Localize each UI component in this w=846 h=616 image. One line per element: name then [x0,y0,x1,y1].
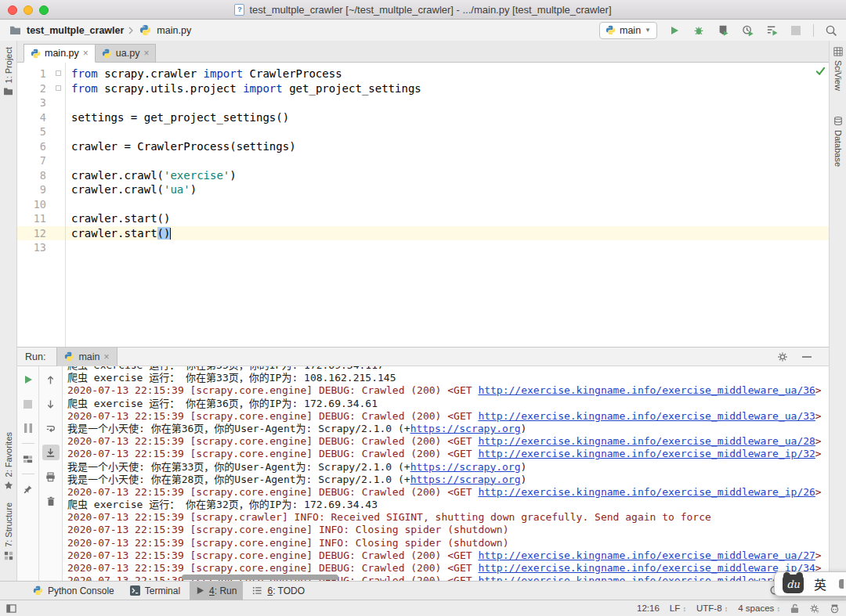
code-line-5[interactable] [66,124,829,139]
breadcrumb-project[interactable]: test_multple_crawler [27,25,124,36]
console-link[interactable]: http://exercise.kingname.info/exercise_m… [478,486,815,498]
soft-wrap-button[interactable] [42,420,60,436]
inspections-ok-check-icon[interactable] [815,66,826,76]
python-icon [102,49,112,59]
search-everywhere-icon[interactable] [824,23,838,38]
code-line-2[interactable]: from scrapy.utils.project import get_pro… [66,81,829,96]
pause-output-button[interactable] [20,420,37,436]
indent-selector[interactable]: 4 spaces ↕ [738,603,780,613]
code-line-6[interactable]: crawler = CrawlerProcess(settings) [66,139,829,154]
restore-layout-button[interactable] [20,451,37,467]
line-number: 4 [17,110,65,125]
down-stack-trace-button[interactable] [42,396,60,412]
console-link[interactable]: https://scrapy.org [410,474,521,485]
database-icon [833,116,843,126]
left-tool-stripe: 1: Project 2: Favorites 7: Structure [0,41,17,581]
code-line-3[interactable] [66,95,829,110]
run-with-coverage-button[interactable] [716,23,730,38]
tab-ua-py[interactable]: ua.py × [96,44,157,63]
console-link[interactable]: http://exercise.kingname.info/exercise_m… [478,410,815,422]
structure-stripe-label: 7: Structure [4,503,13,547]
pycharm-window: ? test_multple_crawler [~/test_multple_c… [0,0,846,616]
readonly-lock-icon[interactable] [790,603,799,614]
tool-window-terminal[interactable]: Terminal [124,582,186,600]
line-number: 6 [17,139,65,154]
encoding-selector[interactable]: UTF-8 ↕ [696,603,728,613]
toggle-tool-windows-icon[interactable] [6,603,16,614]
close-tab-icon[interactable]: × [143,49,149,57]
run-panel-header: Run: main × [17,348,829,366]
code-line-7[interactable] [66,153,829,168]
line-separator-selector[interactable]: LF ↕ [670,603,686,613]
concurrency-diagram-button[interactable] [765,23,779,38]
rerun-button[interactable] [20,372,37,387]
tool-window-python-console[interactable]: Python Console [27,582,121,600]
code-line-8[interactable]: crawler.crawl('exercise') [66,168,829,183]
console-link[interactable]: http://exercise.kingname.info/exercise_m… [478,562,815,574]
console-link[interactable]: http://exercise.kingname.info/exercise_m… [478,448,815,459]
tool-window-database[interactable]: Database [833,97,843,173]
breadcrumb-file[interactable]: main.py [157,25,191,36]
console-link[interactable]: http://exercise.kingname.info/exercise_m… [478,435,815,447]
settings-help-gear-icon[interactable]: ? [809,603,819,614]
console-line: 2020-07-13 22:15:39 [scrapy.core.engine]… [67,524,829,536]
run-tab-main[interactable]: main × [56,348,117,366]
console-link[interactable]: http://exercise.kingname.info/exercise_m… [478,384,815,396]
console-link[interactable]: http://exercise.kingname.info/exercise_m… [478,549,815,561]
fold-marker-icon[interactable] [56,70,61,76]
breadcrumb: test_multple_crawler main.py [8,23,191,38]
code-line-13[interactable] [66,240,829,255]
run-configuration-selector[interactable]: main ▼ [599,22,657,39]
code-line-12[interactable]: crawler.start() [66,226,829,241]
hide-panel-icon[interactable] [802,352,812,362]
tab-main-py[interactable]: main.py × [24,44,96,63]
editor-code[interactable]: from scrapy.crawler import CrawlerProces… [66,63,829,347]
zoom-window-button[interactable] [39,5,49,15]
code-line-1[interactable]: from scrapy.crawler import CrawlerProces… [66,67,829,81]
tool-window-run[interactable]: 4: Run [190,582,243,600]
caret-position[interactable]: 12:16 [637,603,660,613]
run-toolbar-left [17,366,39,581]
code-line-4[interactable]: settings = get_project_settings() [66,110,829,125]
print-button[interactable] [42,469,60,485]
status-bar: 12:16 LF ↕ UTF-8 ↕ 4 spaces ↕ ? [0,600,846,616]
code-line-11[interactable]: crawler.start() [66,211,829,226]
tool-window-todo[interactable]: 6: TODO [246,582,311,600]
console-link[interactable]: https://scrapy.org [410,461,521,473]
up-stack-trace-button[interactable] [42,372,60,387]
fold-marker-icon[interactable] [56,85,61,91]
code-line-9[interactable]: crawler.crawl('ua') [66,182,829,197]
tool-window-sciview[interactable]: SciView [833,41,843,97]
code-editor[interactable]: 12345678910111213 from scrapy.crawler im… [17,63,829,347]
console-link[interactable]: http://exercise.kingname.info/exercise_m… [478,575,815,581]
run-configuration-name: main [620,25,641,36]
tool-window-favorites[interactable]: 2: Favorites [4,426,13,496]
settings-gear-icon[interactable] [777,351,788,362]
console-line: 2020-07-13 22:15:39 [scrapy.core.engine]… [67,562,829,575]
profiler-button[interactable] [740,23,754,38]
clear-console-button[interactable] [42,493,60,509]
highlighting-level-icon[interactable] [830,603,840,614]
tool-window-project[interactable]: 1: Project [3,41,13,102]
close-window-button[interactable] [8,5,17,15]
debug-button[interactable] [692,23,706,38]
scroll-to-end-button[interactable] [42,445,60,460]
horizontal-scrollbar[interactable] [182,575,338,580]
minimize-window-button[interactable] [24,5,33,15]
console-output[interactable]: 爬虫 exercise 运行： 你在第35页，你的IP为: 172.69.34.… [63,366,829,581]
favorites-stripe-label: 2: Favorites [4,432,13,477]
code-line-10[interactable] [66,197,829,212]
console-link[interactable]: https://scrapy.org [410,423,521,434]
tool-window-structure[interactable]: 7: Structure [4,496,13,581]
close-tab-icon[interactable]: × [83,49,89,57]
project-stripe-label: 1: Project [4,47,13,83]
run-label: Run: [25,351,45,362]
chevron-down-icon: ▼ [645,27,651,34]
stop-button[interactable] [20,396,37,412]
stop-button[interactable] [789,23,803,38]
line-number: 10 [17,197,65,212]
run-button[interactable] [667,23,682,38]
close-tab-icon[interactable]: × [104,353,110,361]
titlebar: ? test_multple_crawler [~/test_multple_c… [0,0,846,20]
pin-tab-button[interactable] [20,481,37,497]
